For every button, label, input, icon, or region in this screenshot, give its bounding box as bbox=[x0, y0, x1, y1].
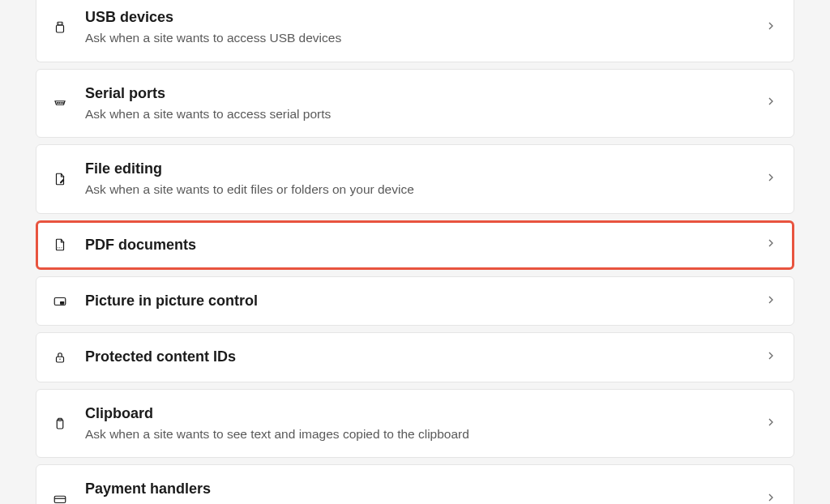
setting-title: Protected content IDs bbox=[85, 348, 756, 366]
setting-row-protected-content-ids[interactable]: Protected content IDs bbox=[36, 332, 794, 382]
svg-rect-12 bbox=[60, 301, 64, 305]
setting-row-clipboard[interactable]: Clipboard Ask when a site wants to see t… bbox=[36, 389, 794, 459]
clipboard-icon bbox=[53, 416, 75, 431]
svg-point-14 bbox=[59, 359, 61, 361]
chevron-right-icon bbox=[764, 171, 777, 187]
chevron-right-icon bbox=[764, 349, 777, 365]
lock-icon bbox=[53, 350, 75, 365]
setting-title: File editing bbox=[85, 160, 756, 178]
usb-icon bbox=[53, 20, 75, 35]
setting-texts: Payment handlers Allow sites to install … bbox=[85, 480, 756, 504]
credit-card-icon bbox=[53, 492, 75, 504]
svg-point-7 bbox=[62, 103, 63, 104]
chevron-right-icon bbox=[764, 491, 777, 504]
file-edit-icon bbox=[53, 172, 75, 186]
chevron-right-icon bbox=[764, 95, 777, 111]
chevron-right-icon bbox=[764, 237, 777, 253]
setting-desc: Ask when a site wants to access USB devi… bbox=[85, 30, 756, 46]
serial-port-icon bbox=[53, 96, 75, 110]
setting-texts: USB devices Ask when a site wants to acc… bbox=[85, 8, 756, 47]
setting-desc: Ask when a site wants to edit files or f… bbox=[85, 182, 756, 198]
setting-title: Picture in picture control bbox=[85, 292, 756, 310]
svg-point-6 bbox=[61, 103, 62, 104]
chevron-right-icon bbox=[764, 416, 777, 432]
svg-rect-17 bbox=[54, 496, 66, 502]
setting-row-file-editing[interactable]: File editing Ask when a site wants to ed… bbox=[36, 144, 794, 214]
setting-texts: Clipboard Ask when a site wants to see t… bbox=[85, 404, 756, 443]
svg-rect-1 bbox=[57, 25, 64, 32]
pdf-icon bbox=[53, 237, 75, 252]
setting-row-serial-ports[interactable]: Serial ports Ask when a site wants to ac… bbox=[36, 69, 794, 139]
setting-title: Clipboard bbox=[85, 404, 756, 423]
setting-row-payment-handlers[interactable]: Payment handlers Allow sites to install … bbox=[36, 464, 794, 504]
chevron-right-icon bbox=[764, 19, 777, 36]
picture-in-picture-icon bbox=[53, 294, 75, 309]
setting-title: Payment handlers bbox=[85, 480, 756, 498]
setting-texts: PDF documents bbox=[85, 236, 756, 254]
setting-texts: File editing Ask when a site wants to ed… bbox=[85, 160, 756, 199]
setting-row-picture-in-picture[interactable]: Picture in picture control bbox=[36, 276, 794, 326]
setting-row-usb-devices[interactable]: USB devices Ask when a site wants to acc… bbox=[36, 0, 794, 62]
svg-point-4 bbox=[58, 103, 58, 104]
settings-list: USB devices Ask when a site wants to acc… bbox=[0, 0, 830, 504]
setting-desc: Ask when a site wants to see text and im… bbox=[85, 426, 756, 442]
setting-desc: Ask when a site wants to access serial p… bbox=[85, 106, 756, 122]
setting-texts: Protected content IDs bbox=[85, 348, 756, 366]
setting-title: Serial ports bbox=[85, 84, 756, 103]
setting-row-pdf-documents[interactable]: PDF documents bbox=[36, 220, 794, 270]
setting-texts: Serial ports Ask when a site wants to ac… bbox=[85, 84, 756, 123]
setting-title: USB devices bbox=[85, 8, 756, 27]
setting-texts: Picture in picture control bbox=[85, 292, 756, 310]
svg-point-5 bbox=[59, 103, 60, 104]
chevron-right-icon bbox=[764, 293, 777, 310]
setting-title: PDF documents bbox=[85, 236, 756, 254]
